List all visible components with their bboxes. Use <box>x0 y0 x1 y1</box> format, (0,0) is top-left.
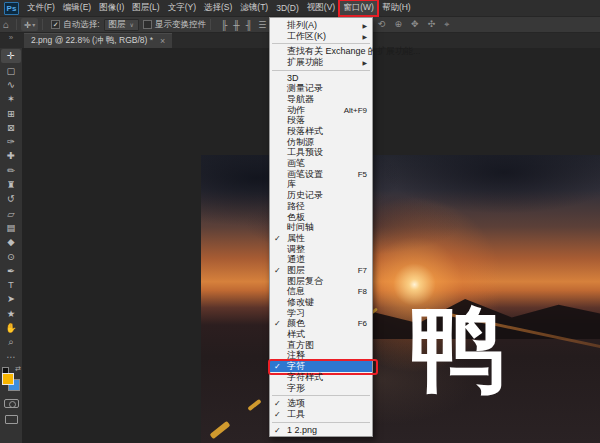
window-menu-item-timeline[interactable]: 时间轴 <box>270 222 372 233</box>
window-menu-item-character-styles[interactable]: 字符样式 <box>270 372 372 383</box>
menu-separator <box>272 43 370 44</box>
show-transform-checkbox[interactable] <box>143 20 152 29</box>
move-tool-icon[interactable]: ✛ <box>1 49 21 63</box>
window-menu-item-glyphs[interactable]: 字形 <box>270 383 372 394</box>
window-menu-item-tool-presets[interactable]: 工具预设 <box>270 148 372 159</box>
menu-item-shortcut: F5 <box>358 170 367 179</box>
align-left-edges-icon[interactable]: ╟ <box>221 20 227 30</box>
brush-tool-icon[interactable]: ✏ <box>1 163 21 177</box>
window-menu-item-brush-settings[interactable]: 画笔设置F5 <box>270 169 372 180</box>
options-separator <box>16 19 17 30</box>
menubar-item-edit[interactable]: 编辑(E) <box>59 0 95 16</box>
frame-tool-icon[interactable]: ⊠ <box>1 120 21 134</box>
collapse-toolbar-icon[interactable]: » <box>0 33 22 48</box>
menubar-item-filter[interactable]: 滤镜(T) <box>236 0 272 16</box>
window-menu-item-tools[interactable]: ✓工具 <box>270 409 372 420</box>
menubar-item-help[interactable]: 帮助(H) <box>378 0 415 16</box>
auto-select-dropdown[interactable]: 图层 ∨ <box>104 19 139 31</box>
marquee-tool-icon[interactable]: ▢ <box>1 63 21 77</box>
menubar-item-view[interactable]: 视图(V) <box>303 0 339 16</box>
chevron-down-icon: ▾ <box>32 21 35 28</box>
window-menu-item-histogram[interactable]: 直方图 <box>270 340 372 351</box>
menubar-item-3d[interactable]: 3D(D) <box>272 1 303 15</box>
dodge-tool-icon[interactable]: ⊙ <box>1 249 21 263</box>
auto-select-checkbox[interactable] <box>51 20 60 29</box>
text-layer-duck[interactable]: 鸭 <box>409 301 504 396</box>
slide-3d-camera-icon[interactable]: ✣ <box>428 19 436 30</box>
window-menu-item-actions[interactable]: 动作Alt+F9 <box>270 105 372 116</box>
menubar-item-file[interactable]: 文件(F) <box>23 0 59 16</box>
submenu-arrow-icon: ▶ <box>362 33 367 40</box>
orbit-3d-camera-icon[interactable]: ⟲ <box>378 19 386 30</box>
eraser-tool-icon[interactable]: ▱ <box>1 206 21 220</box>
menu-item-label: 工具 <box>287 408 305 421</box>
tools-panel: ✛▢∿✶⊞⊠✑✚✏♜↺▱▤◆⊙✒T➤★✋⌕⋯⇄ <box>0 48 22 443</box>
quick-mask-icon[interactable] <box>4 399 19 408</box>
window-menu-item-history[interactable]: 历史记录 <box>270 190 372 201</box>
gradient-tool-icon[interactable]: ▤ <box>1 221 21 235</box>
align-h-centers-icon[interactable]: ╫ <box>233 20 239 30</box>
document-tab-title: 2.png @ 22.8% (冲 鸭, RGB/8) * <box>31 35 153 47</box>
window-menu-item-layer-comps[interactable]: 图层复合 <box>270 276 372 287</box>
window-menu-item-color[interactable]: ✓颜色F6 <box>270 319 372 330</box>
menu-item-label: 工作区(K) <box>287 30 326 43</box>
edit-toolbar-icon[interactable]: ⋯ <box>1 349 21 363</box>
close-icon[interactable]: × <box>160 36 165 46</box>
window-menu-item-extensions[interactable]: 扩展功能▶ <box>270 57 372 68</box>
document-image[interactable]: 鸭 <box>201 155 600 443</box>
window-menu-item-paths[interactable]: 路径 <box>270 201 372 212</box>
quick-selection-tool-icon[interactable]: ✶ <box>1 92 21 106</box>
window-menu-item-styles[interactable]: 样式 <box>270 329 372 340</box>
type-tool-icon[interactable]: T <box>1 278 21 292</box>
history-brush-tool-icon[interactable]: ↺ <box>1 192 21 206</box>
window-menu-item-modifier-keys[interactable]: 修改键 <box>270 297 372 308</box>
options-separator <box>210 19 211 30</box>
window-menu-item-paragraph-styles[interactable]: 段落样式 <box>270 126 372 137</box>
window-menu-item-channels[interactable]: 通道 <box>270 254 372 265</box>
shape-tool-icon[interactable]: ★ <box>1 306 21 320</box>
menubar-item-type[interactable]: 文字(Y) <box>164 0 200 16</box>
photoshop-logo: Ps <box>4 2 19 15</box>
clone-stamp-tool-icon[interactable]: ♜ <box>1 178 21 192</box>
home-icon[interactable]: ⌂ <box>0 19 12 30</box>
path-selection-tool-icon[interactable]: ➤ <box>1 292 21 306</box>
window-menu-item-document-1[interactable]: ✓1 2.png <box>270 425 372 436</box>
pan-3d-camera-icon[interactable]: ✥ <box>411 19 419 30</box>
window-menu-item-swatches[interactable]: 色板 <box>270 212 372 223</box>
checkmark-icon: ✓ <box>274 426 281 435</box>
menubar-item-layer[interactable]: 图层(L) <box>128 0 163 16</box>
pen-tool-icon[interactable]: ✒ <box>1 263 21 277</box>
current-tool-button[interactable]: ✛ ▾ <box>21 18 38 31</box>
screen-mode-icon[interactable] <box>5 415 18 424</box>
window-menu-item-notes[interactable]: 注释 <box>270 351 372 362</box>
crop-tool-icon[interactable]: ⊞ <box>1 106 21 120</box>
align-right-edges-icon[interactable]: ╢ <box>246 20 252 30</box>
window-menu-item-measurement-log[interactable]: 测量记录 <box>270 83 372 94</box>
window-menu-item-learn[interactable]: 学习 <box>270 308 372 319</box>
window-menu-item-options[interactable]: ✓选项 <box>270 398 372 409</box>
distribute-icon[interactable]: ☰ <box>258 20 266 30</box>
menu-item-label: 扩展功能 <box>287 56 323 69</box>
window-menu-item-adjustments[interactable]: 调整 <box>270 244 372 255</box>
submenu-arrow-icon: ▶ <box>362 22 367 29</box>
blur-tool-icon[interactable]: ◆ <box>1 235 21 249</box>
window-menu-item-navigator[interactable]: 导航器 <box>270 94 372 105</box>
submenu-arrow-icon: ▶ <box>362 59 367 66</box>
zoom-3d-camera-icon[interactable]: ⌖ <box>444 19 449 30</box>
menubar-item-select[interactable]: 选择(S) <box>200 0 236 16</box>
swap-colors-icon[interactable]: ⇄ <box>15 365 21 373</box>
window-menu-item-workspace[interactable]: 工作区(K)▶ <box>270 31 372 42</box>
menubar-item-image[interactable]: 图像(I) <box>95 0 128 16</box>
zoom-tool-icon[interactable]: ⌕ <box>1 335 21 349</box>
window-menu-item-properties[interactable]: ✓属性 <box>270 233 372 244</box>
lasso-tool-icon[interactable]: ∿ <box>1 78 21 92</box>
menu-item-label: 1 2.png <box>287 425 317 435</box>
foreground-color-swatch[interactable] <box>2 373 14 385</box>
document-tab[interactable]: 2.png @ 22.8% (冲 鸭, RGB/8) * × <box>24 33 172 48</box>
hand-tool-icon[interactable]: ✋ <box>1 321 21 335</box>
eyedropper-tool-icon[interactable]: ✑ <box>1 135 21 149</box>
window-menu-item-info[interactable]: 信息F8 <box>270 287 372 298</box>
roll-3d-camera-icon[interactable]: ⊕ <box>395 19 403 30</box>
healing-brush-tool-icon[interactable]: ✚ <box>1 149 21 163</box>
menubar-item-window[interactable]: 窗口(W) <box>339 0 378 16</box>
